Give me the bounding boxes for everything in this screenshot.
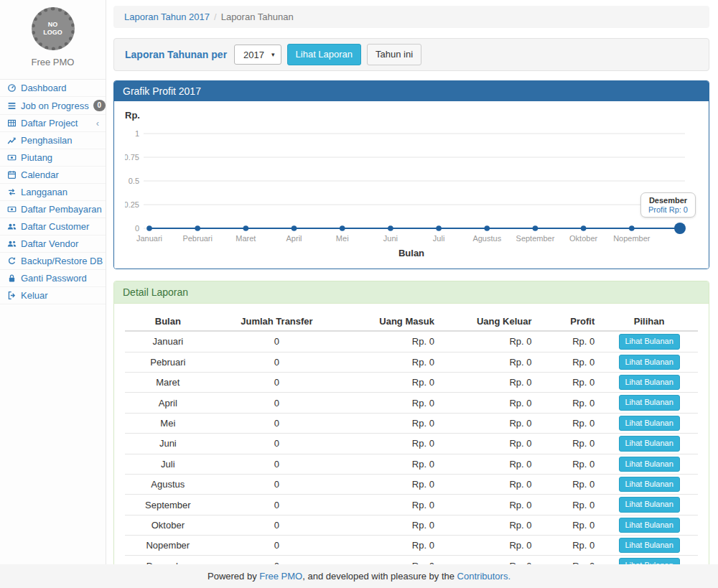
cell-bulan: Agustus bbox=[125, 474, 211, 494]
tahun-ini-button[interactable]: Tahun ini bbox=[367, 44, 421, 65]
sidebar-item-daftar-customer[interactable]: Daftar Customer bbox=[0, 218, 106, 235]
y-tick-label: 0.25 bbox=[125, 200, 139, 209]
lihat-laporan-button[interactable]: Lihat Laporan bbox=[287, 44, 362, 65]
cell-jumlah-transfer: 0 bbox=[211, 454, 343, 474]
sidebar-item-piutang[interactable]: Piutang bbox=[0, 149, 106, 167]
active-data-point-desember[interactable] bbox=[674, 223, 686, 234]
data-point-pebruari[interactable] bbox=[195, 225, 200, 231]
cell-pilihan: Lihat Bulanan bbox=[600, 372, 698, 392]
cell-pilihan: Lihat Bulanan bbox=[600, 536, 698, 556]
users-icon bbox=[6, 239, 17, 249]
lihat-bulanan-button-mei[interactable]: Lihat Bulanan bbox=[619, 416, 680, 431]
contributors-link[interactable]: Contributors. bbox=[457, 571, 510, 582]
sidebar-item-calendar[interactable]: Calendar bbox=[0, 167, 106, 184]
breadcrumb: Laporan Tahun 2017/Laporan Tahunan bbox=[113, 6, 709, 28]
lihat-bulanan-button-oktober[interactable]: Lihat Bulanan bbox=[619, 518, 680, 533]
y-tick-label: 0 bbox=[135, 224, 139, 233]
data-point-juni[interactable] bbox=[388, 225, 393, 231]
data-point-april[interactable] bbox=[292, 225, 297, 231]
table-row-juni: Juni0Rp. 0Rp. 0Rp. 0Lihat Bulanan bbox=[125, 434, 698, 454]
x-tick-label-januari: Januari bbox=[136, 234, 162, 243]
cell-bulan: September bbox=[125, 495, 211, 515]
table-icon bbox=[6, 118, 17, 129]
lihat-bulanan-button-agustus[interactable]: Lihat Bulanan bbox=[619, 477, 680, 492]
lihat-bulanan-button-pebruari[interactable]: Lihat Bulanan bbox=[619, 355, 680, 370]
cell-profit: Rp. 0 bbox=[538, 413, 601, 433]
x-axis-title: Bulan bbox=[125, 248, 698, 258]
table-row-pebruari: Pebruari0Rp. 0Rp. 0Rp. 0Lihat Bulanan bbox=[125, 352, 698, 372]
data-point-maret[interactable] bbox=[243, 225, 249, 231]
sidebar-item-job-on-progress[interactable]: Job on Progress0 bbox=[0, 97, 106, 115]
logo-block: NO LOGO Free PMO bbox=[0, 0, 106, 73]
cell-uang-masuk: Rp. 0 bbox=[342, 331, 440, 352]
year-select[interactable]: 2017 ▾ bbox=[234, 45, 281, 65]
data-point-september[interactable] bbox=[533, 225, 538, 231]
lihat-bulanan-button-desember[interactable]: Lihat Bulanan bbox=[619, 558, 680, 564]
dashboard-icon bbox=[6, 83, 17, 93]
sidebar-item-label: Job on Progress bbox=[21, 101, 89, 111]
cell-uang-keluar: Rp. 0 bbox=[440, 372, 538, 392]
cell-jumlah-transfer: 0 bbox=[211, 372, 343, 392]
sidebar-item-ganti-password[interactable]: Ganti Password bbox=[0, 270, 106, 287]
cell-bulan: Mei bbox=[125, 413, 211, 433]
data-point-agustus[interactable] bbox=[484, 225, 490, 231]
sidebar-item-daftar-vendor[interactable]: Daftar Vendor bbox=[0, 235, 106, 253]
sidebar-item-keluar[interactable]: Keluar bbox=[0, 287, 106, 304]
data-point-juli[interactable] bbox=[436, 225, 442, 231]
col-header-pilihan: Pilihan bbox=[600, 312, 698, 331]
cell-uang-keluar: Rp. 0 bbox=[440, 515, 538, 535]
cell-uang-keluar: Rp. 0 bbox=[440, 495, 538, 515]
cell-pilihan: Lihat Bulanan bbox=[600, 352, 698, 372]
cell-uang-masuk: Rp. 0 bbox=[342, 413, 440, 433]
profit-chart: 10.750.50.250JanuariPebruariMaretAprilMe… bbox=[125, 122, 696, 246]
sidebar-item-dashboard[interactable]: Dashboard bbox=[0, 80, 106, 97]
sidebar-item-label: Calendar bbox=[21, 169, 59, 180]
data-point-oktober[interactable] bbox=[581, 225, 587, 231]
cell-profit: Rp. 0 bbox=[538, 331, 601, 352]
sidebar-item-label: Ganti Password bbox=[21, 273, 87, 284]
lihat-bulanan-button-nopember[interactable]: Lihat Bulanan bbox=[619, 538, 680, 553]
free-pmo-link[interactable]: Free PMO bbox=[259, 571, 302, 582]
cell-uang-masuk: Rp. 0 bbox=[342, 372, 440, 392]
lihat-bulanan-button-juni[interactable]: Lihat Bulanan bbox=[619, 436, 680, 451]
data-point-januari[interactable] bbox=[146, 225, 152, 231]
lihat-bulanan-button-september[interactable]: Lihat Bulanan bbox=[619, 497, 680, 512]
logo-text-line1: NO bbox=[43, 21, 62, 29]
col-header-jumlah-transfer: Jumlah Transfer bbox=[211, 312, 343, 331]
lihat-bulanan-button-april[interactable]: Lihat Bulanan bbox=[619, 395, 680, 410]
table-row-januari: Januari0Rp. 0Rp. 0Rp. 0Lihat Bulanan bbox=[125, 331, 698, 352]
cell-bulan: Pebruari bbox=[125, 352, 211, 372]
calendar-icon bbox=[6, 170, 17, 180]
sidebar-item-backup-restore-db[interactable]: Backup/Restore DB bbox=[0, 253, 106, 270]
x-tick-label-juli: Juli bbox=[433, 234, 445, 243]
brand-name: Free PMO bbox=[0, 57, 106, 67]
lihat-bulanan-button-maret[interactable]: Lihat Bulanan bbox=[619, 375, 680, 390]
x-tick-label-juni: Juni bbox=[383, 234, 398, 243]
cell-bulan: Januari bbox=[125, 331, 211, 352]
sidebar-item-penghasilan[interactable]: Penghasilan bbox=[0, 132, 106, 149]
lihat-bulanan-button-juli[interactable]: Lihat Bulanan bbox=[619, 457, 680, 472]
table-row-april: April0Rp. 0Rp. 0Rp. 0Lihat Bulanan bbox=[125, 393, 698, 413]
chart-panel-body: Rp. 10.750.50.250JanuariPebruariMaretApr… bbox=[114, 101, 709, 269]
sidebar-item-label: Daftar Project bbox=[21, 118, 78, 129]
refresh-icon bbox=[6, 256, 17, 266]
sidebar-item-label: Keluar bbox=[21, 290, 48, 301]
cell-pilihan: Lihat Bulanan bbox=[600, 474, 698, 494]
data-point-mei[interactable] bbox=[340, 225, 345, 231]
cell-profit: Rp. 0 bbox=[538, 495, 601, 515]
cell-jumlah-transfer: 0 bbox=[211, 331, 343, 352]
data-point-nopember[interactable] bbox=[629, 225, 635, 231]
cell-jumlah-transfer: 0 bbox=[211, 474, 343, 494]
cell-profit: Rp. 0 bbox=[538, 434, 601, 454]
cell-pilihan: Lihat Bulanan bbox=[600, 495, 698, 515]
lihat-bulanan-button-januari[interactable]: Lihat Bulanan bbox=[619, 334, 680, 349]
cell-uang-masuk: Rp. 0 bbox=[342, 536, 440, 556]
cell-uang-keluar: Rp. 0 bbox=[440, 393, 538, 413]
cell-uang-keluar: Rp. 0 bbox=[440, 331, 538, 352]
breadcrumb-link-laporan-tahun[interactable]: Laporan Tahun 2017 bbox=[124, 11, 210, 22]
sidebar-item-daftar-pembayaran[interactable]: Daftar Pembayaran bbox=[0, 201, 106, 218]
app-logo: NO LOGO bbox=[32, 7, 75, 50]
cell-jumlah-transfer: 0 bbox=[211, 536, 343, 556]
sidebar-item-daftar-project[interactable]: Daftar Project‹ bbox=[0, 115, 106, 132]
sidebar-item-langganan[interactable]: Langganan bbox=[0, 184, 106, 201]
